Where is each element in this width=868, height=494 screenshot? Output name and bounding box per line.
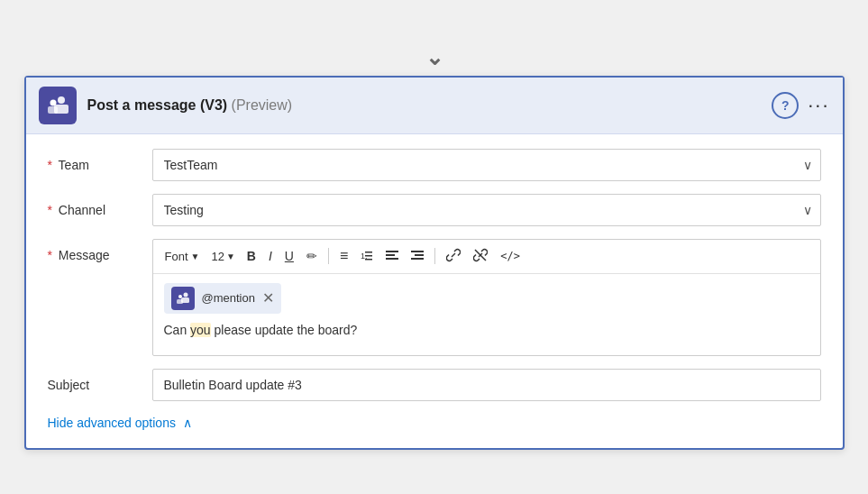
message-row: * Message Font ▼ 12 ▼ bbox=[48, 239, 821, 356]
link-icon bbox=[446, 248, 461, 265]
card-header: Post a message (V3) (Preview) ? ··· bbox=[26, 78, 843, 134]
svg-rect-13 bbox=[411, 258, 424, 260]
highlighted-word: you bbox=[190, 323, 211, 337]
svg-rect-7 bbox=[365, 259, 372, 261]
channel-control: Testing ∨ bbox=[152, 194, 821, 226]
toolbar-divider-2 bbox=[434, 248, 435, 264]
align-left-button[interactable] bbox=[381, 246, 403, 267]
numbered-list-button[interactable]: 1. bbox=[356, 247, 378, 265]
unlink-button[interactable] bbox=[469, 245, 492, 268]
toolbar-divider-1 bbox=[328, 248, 329, 264]
mention-close-button[interactable]: ✕ bbox=[262, 291, 274, 306]
channel-row: * Channel Testing ∨ bbox=[48, 194, 821, 226]
more-dots-icon: ··· bbox=[808, 96, 829, 115]
svg-rect-3 bbox=[48, 106, 58, 114]
svg-point-2 bbox=[50, 99, 56, 105]
align-right-button[interactable] bbox=[407, 246, 428, 267]
svg-rect-11 bbox=[411, 251, 424, 252]
paint-icon: ✏ bbox=[306, 249, 317, 263]
bullet-list-icon: ≡ bbox=[340, 248, 348, 264]
svg-point-17 bbox=[178, 295, 182, 298]
message-toolbar: Font ▼ 12 ▼ B I bbox=[153, 240, 820, 274]
italic-icon: I bbox=[269, 249, 272, 263]
svg-point-15 bbox=[183, 292, 187, 297]
team-control: TestTeam ∨ bbox=[152, 149, 821, 181]
bullet-list-button[interactable]: ≡ bbox=[335, 245, 352, 267]
teams-logo-icon bbox=[39, 87, 77, 124]
team-select-wrapper: TestTeam ∨ bbox=[152, 149, 821, 181]
paint-button[interactable]: ✏ bbox=[302, 246, 322, 266]
size-label: 12 bbox=[211, 250, 224, 263]
link-button[interactable] bbox=[442, 245, 465, 268]
subject-label: Subject bbox=[48, 369, 138, 392]
font-dropdown-icon: ▼ bbox=[191, 252, 200, 261]
channel-select-wrapper: Testing ∨ bbox=[152, 194, 821, 226]
font-label: Font bbox=[165, 250, 188, 263]
help-button[interactable]: ? bbox=[772, 92, 799, 119]
help-icon: ? bbox=[781, 98, 790, 113]
numbered-list-icon: 1. bbox=[361, 250, 373, 262]
channel-label: * Channel bbox=[48, 194, 138, 217]
italic-button[interactable]: I bbox=[264, 246, 277, 266]
svg-rect-18 bbox=[177, 299, 183, 304]
subject-row: Subject bbox=[48, 369, 821, 401]
bold-button[interactable]: B bbox=[242, 246, 260, 266]
advanced-chevron-icon: ∧ bbox=[183, 416, 192, 430]
hide-advanced-row[interactable]: Hide advanced options ∧ bbox=[48, 416, 821, 430]
code-button[interactable]: </> bbox=[496, 247, 525, 265]
title-text: Post a message (V3) bbox=[87, 97, 228, 113]
card-title: Post a message (V3) (Preview) bbox=[87, 97, 762, 114]
main-wrapper: ⌄ Post a message (V3) (Preview) ? bbox=[0, 36, 868, 459]
subject-label-text: Subject bbox=[48, 378, 90, 392]
message-label-text: Message bbox=[59, 248, 110, 262]
message-text[interactable]: Can you please update the board? bbox=[164, 321, 809, 340]
team-select[interactable]: TestTeam bbox=[152, 149, 821, 181]
align-left-icon bbox=[386, 249, 398, 264]
team-row: * Team TestTeam ∨ bbox=[48, 149, 821, 181]
svg-rect-9 bbox=[386, 254, 395, 256]
svg-rect-6 bbox=[365, 255, 372, 257]
message-content-area[interactable]: @mention ✕ Can you please update the boa… bbox=[153, 274, 820, 355]
preview-label: (Preview) bbox=[232, 97, 293, 113]
bold-icon: B bbox=[247, 249, 256, 263]
message-editor: Font ▼ 12 ▼ B I bbox=[152, 239, 821, 356]
connector-arrow: ⌄ bbox=[425, 45, 443, 70]
subject-input[interactable] bbox=[152, 369, 821, 401]
subject-control bbox=[152, 369, 821, 401]
code-icon: </> bbox=[500, 250, 520, 262]
message-required-star: * bbox=[48, 248, 52, 262]
team-label: * Team bbox=[48, 149, 138, 172]
svg-rect-12 bbox=[415, 254, 424, 256]
more-options-button[interactable]: ··· bbox=[808, 96, 829, 115]
svg-point-0 bbox=[58, 96, 65, 104]
team-label-text: Team bbox=[59, 158, 89, 172]
message-label: * Message bbox=[48, 239, 138, 262]
underline-icon: U bbox=[285, 249, 294, 263]
svg-rect-5 bbox=[365, 252, 372, 253]
mention-chip: @mention ✕ bbox=[164, 283, 281, 314]
channel-label-text: Channel bbox=[59, 203, 105, 217]
svg-rect-10 bbox=[386, 258, 398, 260]
channel-required-star: * bbox=[48, 203, 52, 217]
channel-select[interactable]: Testing bbox=[152, 194, 821, 226]
mention-text: @mention bbox=[202, 291, 255, 305]
underline-button[interactable]: U bbox=[280, 246, 298, 266]
size-dropdown-icon: ▼ bbox=[226, 252, 235, 261]
mention-teams-logo bbox=[171, 287, 195, 310]
unlink-icon bbox=[473, 248, 488, 265]
header-actions: ? ··· bbox=[772, 92, 829, 119]
card-body: * Team TestTeam ∨ * Channel bbox=[26, 134, 843, 448]
post-message-card: Post a message (V3) (Preview) ? ··· * Te… bbox=[24, 76, 845, 450]
team-required-star: * bbox=[48, 158, 52, 172]
font-selector[interactable]: Font ▼ bbox=[160, 247, 205, 266]
message-control: Font ▼ 12 ▼ B I bbox=[152, 239, 821, 356]
svg-line-14 bbox=[475, 250, 486, 261]
align-right-icon bbox=[411, 249, 424, 264]
svg-rect-8 bbox=[386, 251, 398, 252]
hide-advanced-text: Hide advanced options bbox=[48, 416, 176, 430]
size-selector[interactable]: 12 ▼ bbox=[207, 247, 238, 266]
